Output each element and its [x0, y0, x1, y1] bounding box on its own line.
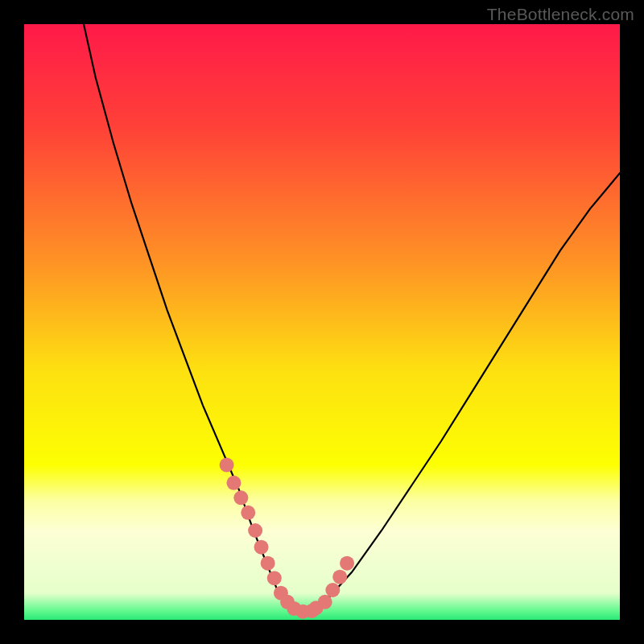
- highlight-dot: [318, 595, 332, 609]
- highlight-dot: [340, 556, 354, 571]
- highlight-dot: [226, 476, 241, 490]
- highlight-dot: [261, 556, 275, 571]
- highlight-dot: [267, 571, 282, 585]
- watermark-text: TheBottleneck.com: [487, 5, 634, 24]
- highlight-dot: [241, 506, 255, 520]
- chart-frame: TheBottleneck.com: [0, 0, 644, 644]
- highlight-dot: [220, 458, 234, 473]
- gradient-background: [24, 24, 620, 620]
- highlight-dot: [325, 583, 340, 597]
- highlight-dot: [332, 570, 347, 584]
- plot-area: [24, 24, 620, 620]
- highlight-dot: [248, 523, 262, 538]
- bottleneck-chart: [24, 24, 620, 620]
- highlight-dot: [233, 490, 248, 505]
- highlight-dot: [254, 540, 269, 555]
